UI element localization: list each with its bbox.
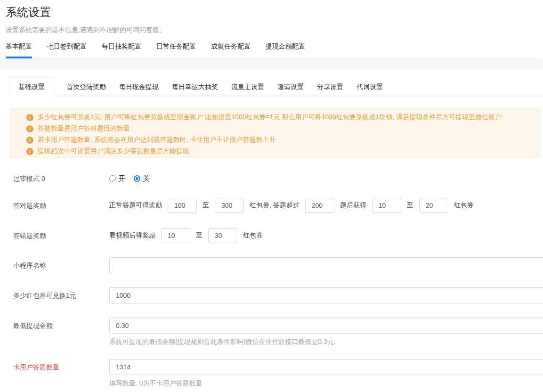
info-circle-icon: i	[26, 114, 33, 121]
top-tab-achievement-task[interactable]: 成就任务配置	[211, 42, 251, 58]
inline-text: 红包券	[243, 231, 263, 240]
coupons-per-yuan-input[interactable]	[109, 287, 543, 303]
top-tab-daily-task[interactable]: 日常任务配置	[156, 42, 196, 58]
inline-text: 看视频后得奖励	[109, 231, 155, 240]
sub-tab-bar: 基础设置 首次登陆奖励 每日现金提现 每日幸运大抽奖 流量主设置 邀请设置 分享…	[10, 77, 543, 97]
radio-checked-icon[interactable]	[134, 175, 140, 182]
audit-mode-radio-group: 开 关	[109, 172, 158, 186]
radio-label-on: 开	[118, 174, 125, 183]
sub-tab-first-login-reward[interactable]: 首次登陆奖励	[60, 77, 113, 97]
field-label-coupons-per-yuan: 多少红包券可兑换1元	[10, 287, 109, 303]
block-answer-count-hint: 填写数量, 0为不卡用户答题数量	[109, 379, 543, 387]
page-title: 系统设置	[6, 6, 537, 19]
field-label-mini-program-name: 小程序名称	[10, 257, 109, 273]
sub-tab-daily-cash-withdraw[interactable]: 每日现金提现	[113, 77, 165, 97]
inline-text: 至	[407, 201, 413, 210]
exceed-reward-min-input[interactable]	[372, 198, 401, 213]
top-tab-withdraw-amount[interactable]: 提现金额配置	[266, 42, 305, 58]
warning-alert: i 多少红包券可兑换1元: 用户可将红包券兑换成至现金账户 比如设置1000红包…	[10, 108, 541, 158]
alert-line: i 多少红包券可兑换1元: 用户可将红包券兑换成至现金账户 比如设置1000红包…	[26, 112, 533, 123]
sub-tab-basic-settings[interactable]: 基础设置	[10, 77, 53, 97]
settings-form: 过审模式 0 开 关 答对题奖励 正常答题可得奖励 至 红包券, 答题超过	[10, 172, 543, 387]
field-label-wrong-reward: 答错题奖励	[10, 228, 109, 243]
form-row-wrong-reward: 答错题奖励 看视频后得奖励 至 红包券	[10, 228, 543, 243]
info-circle-icon: i	[26, 137, 33, 144]
inline-text: 题后获得	[340, 201, 366, 210]
form-row-mini-program-name: 小程序名称	[10, 257, 543, 273]
min-withdraw-hint: 系统可提现的最低金额(提现规则首此条件影响)微信企业付款接口最低是0.3元.	[109, 338, 543, 345]
alert-text: 提现档次中可设置用户满足多少答题数量后方能提现	[38, 147, 189, 155]
page-header: 系统设置 设置系统需要的基本信息,若遇到不理解的可询问客服。 基本配置 七日签到…	[0, 6, 543, 58]
alert-line: i 答题数量是用户答对题目的数量	[26, 123, 533, 134]
sub-tab-traffic-owner[interactable]: 流量主设置	[225, 77, 271, 97]
top-tab-daily-lottery[interactable]: 每日抽奖配置	[102, 42, 141, 58]
form-row-coupons-per-yuan: 多少红包券可兑换1元	[10, 287, 543, 303]
top-tab-bar: 基本配置 七日签到配置 每日抽奖配置 日常任务配置 成就任务配置 提现金额配置	[6, 42, 537, 58]
inline-text: 红包券	[454, 201, 474, 210]
section-divider-band	[0, 58, 543, 69]
form-row-block-answer-count: 卡用户答题数量 填写数量, 0为不卡用户答题数量	[10, 359, 543, 387]
inline-text: 红包券, 答题超过	[250, 201, 300, 210]
radio-option-off[interactable]: 关	[134, 174, 150, 183]
field-label-min-withdraw: 最低提现金额	[10, 318, 109, 345]
inline-text: 正常答题可得奖励	[109, 201, 162, 210]
field-label-audit-mode: 过审模式 0	[10, 172, 109, 186]
alert-line: i 若卡用户答题数量, 系统将会在用户达到该答题数时, 卡住用户不让用户答题数上…	[26, 134, 533, 146]
correct-reward-max-input[interactable]	[215, 198, 244, 213]
mini-program-name-input[interactable]	[109, 257, 543, 273]
exceed-reward-max-input[interactable]	[419, 198, 448, 213]
alert-text: 若卡用户答题数量, 系统将会在用户达到该答题数时, 卡住用户不让用户答题数上升	[38, 136, 276, 144]
radio-unchecked-icon[interactable]	[109, 175, 116, 182]
form-row-correct-reward: 答对题奖励 正常答题可得奖励 至 红包券, 答题超过 题后获得 至 红包券	[10, 198, 543, 213]
field-label-correct-reward: 答对题奖励	[10, 198, 109, 213]
sub-tab-share-settings[interactable]: 分享设置	[310, 77, 350, 97]
sub-tab-daily-lucky-draw[interactable]: 每日幸运大抽奖	[165, 77, 225, 97]
inline-text: 至	[196, 231, 203, 240]
sub-tab-invite-settings[interactable]: 邀请设置	[271, 77, 310, 97]
info-circle-icon: i	[26, 148, 33, 155]
info-circle-icon: i	[26, 125, 33, 132]
alert-line: i 提现档次中可设置用户满足多少答题数量后方能提现	[26, 146, 533, 157]
exceed-count-input[interactable]	[305, 198, 334, 213]
wrong-reward-controls: 看视频后得奖励 至 红包券	[109, 228, 263, 243]
wrong-reward-max-input[interactable]	[208, 228, 237, 243]
form-row-audit-mode: 过审模式 0 开 关	[10, 172, 543, 186]
settings-panel: 基础设置 首次登陆奖励 每日现金提现 每日幸运大抽奖 流量主设置 邀请设置 分享…	[0, 77, 543, 387]
wrong-reward-min-input[interactable]	[161, 228, 190, 243]
form-row-min-withdraw: 最低提现金额 系统可提现的最低金额(提现规则首此条件影响)微信企业付款接口最低是…	[10, 318, 543, 345]
field-label-block-answer-count: 卡用户答题数量	[10, 359, 109, 387]
page-subtitle: 设置系统需要的基本信息,若遇到不理解的可询问客服。	[6, 26, 537, 33]
block-answer-count-input[interactable]	[109, 359, 543, 375]
radio-label-off: 关	[143, 174, 150, 183]
sub-tab-keyword-settings[interactable]: 代词设置	[350, 77, 389, 97]
min-withdraw-input[interactable]	[109, 318, 543, 334]
alert-text: 答题数量是用户答对题目的数量	[38, 124, 130, 133]
inline-text: 至	[203, 201, 209, 210]
top-tab-basic-config[interactable]: 基本配置	[6, 42, 32, 58]
correct-reward-controls: 正常答题可得奖励 至 红包券, 答题超过 题后获得 至 红包券	[109, 198, 474, 213]
radio-option-on[interactable]: 开	[109, 174, 125, 183]
alert-text: 多少红包券可兑换1元: 用户可将红包券兑换成至现金账户 比如设置1000红包券=…	[38, 113, 502, 122]
correct-reward-min-input[interactable]	[168, 198, 197, 213]
top-tab-seven-day-signin[interactable]: 七日签到配置	[47, 42, 87, 58]
